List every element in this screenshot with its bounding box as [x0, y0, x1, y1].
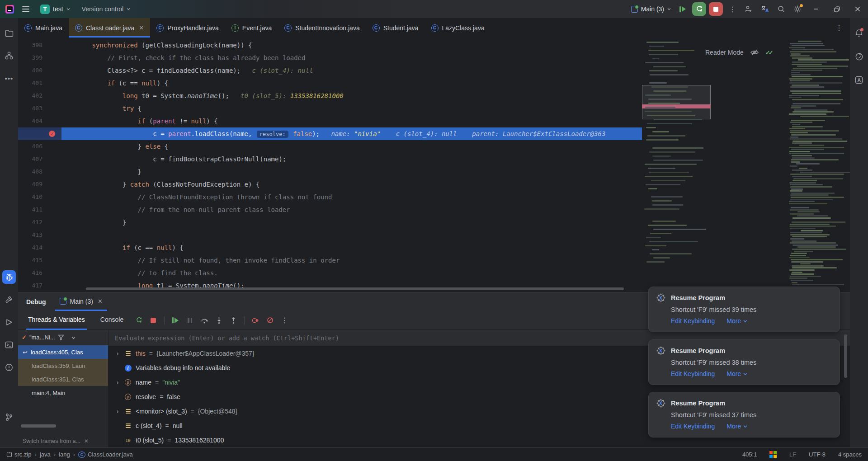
edit-keybinding-link[interactable]: Edit Keybinding: [671, 317, 715, 325]
code-line[interactable]: 409 } catch (ClassNotFoundException e) {: [18, 178, 642, 191]
code-line[interactable]: 406 } else {: [18, 140, 642, 153]
tab-threads-variables[interactable]: Threads & Variables: [26, 311, 87, 330]
code-line[interactable]: 403 try {: [18, 102, 642, 115]
horizontal-scrollbar[interactable]: [86, 287, 624, 290]
gutter[interactable]: [46, 267, 61, 279]
more-link[interactable]: More: [726, 423, 747, 430]
settings-button[interactable]: [790, 2, 805, 16]
gutter[interactable]: [46, 89, 61, 102]
line-number[interactable]: 411: [18, 203, 46, 216]
line-number[interactable]: 402: [18, 89, 46, 102]
editor-tab-studentinnovation-java[interactable]: CStudentInnovation.java: [278, 18, 366, 38]
gutter[interactable]: [46, 178, 61, 191]
breadcrumb-item[interactable]: src.zip: [6, 451, 32, 458]
pause-button[interactable]: [184, 315, 196, 326]
frame-row[interactable]: loadClass:359, Laun: [18, 359, 108, 372]
code-line[interactable]: 407 c = findBootstrapClassOrNull(name);: [18, 153, 642, 165]
editor-tab-proxyhandler-java[interactable]: CProxyHandler.java: [150, 18, 225, 38]
frames-scrollbar[interactable]: [21, 424, 56, 428]
resume-button[interactable]: [169, 315, 182, 326]
structure-tool-button[interactable]: [2, 49, 16, 62]
rerun-button[interactable]: [692, 2, 706, 16]
mute-breakpoints-button[interactable]: [264, 315, 276, 326]
line-number[interactable]: 401: [18, 77, 46, 89]
line-number[interactable]: 414: [18, 241, 46, 254]
stop-button[interactable]: [147, 315, 160, 326]
code-line[interactable]: 398 synchronized (getClassLoadingLock(na…: [18, 39, 642, 52]
expand-chevron-icon[interactable]: ›: [115, 379, 120, 386]
frames-filter-bar[interactable]: ✓ "ma...Nl...: [18, 330, 108, 345]
line-number[interactable]: 407: [18, 153, 46, 165]
line-number[interactable]: 404: [18, 115, 46, 127]
gutter[interactable]: [46, 52, 61, 64]
run-tool-button[interactable]: [2, 315, 16, 329]
close-button[interactable]: [847, 0, 868, 18]
code-line[interactable]: 411 // from the non-null parent class lo…: [18, 203, 642, 216]
gutter[interactable]: [46, 140, 61, 153]
more-link[interactable]: More: [726, 370, 747, 377]
more-actions-button[interactable]: ⋮: [725, 2, 740, 16]
line-number[interactable]: 403: [18, 102, 46, 115]
code-line[interactable]: 400 Class<?> c = findLoadedClass(name); …: [18, 64, 642, 77]
search-everywhere-button[interactable]: [774, 2, 789, 16]
main-menu-button[interactable]: [20, 4, 31, 14]
stop-button[interactable]: [709, 2, 723, 16]
more-link[interactable]: More: [726, 317, 747, 325]
code-with-me-button[interactable]: [741, 2, 756, 16]
gradle-tool-button[interactable]: [852, 50, 866, 63]
more-tool-windows-button[interactable]: •••: [2, 71, 16, 85]
gutter[interactable]: [46, 165, 61, 178]
edit-keybinding-link[interactable]: Edit Keybinding: [671, 423, 715, 430]
line-separator-indicator[interactable]: LF: [789, 451, 796, 458]
code-line[interactable]: 404 if (parent != null) {: [18, 115, 642, 127]
breakpoint-icon[interactable]: ✓: [49, 131, 55, 137]
gutter[interactable]: [46, 64, 61, 77]
line-number[interactable]: 408: [18, 165, 46, 178]
expand-chevron-icon[interactable]: ›: [115, 408, 120, 415]
gutter[interactable]: [46, 216, 61, 229]
debug-tool-button[interactable]: [2, 270, 16, 284]
code-line[interactable]: 414 if (c == null) {: [18, 241, 642, 254]
chevron-down-icon[interactable]: [71, 336, 75, 339]
tab-console[interactable]: Console: [99, 311, 125, 330]
debug-session-tab[interactable]: Main (3) ✕: [55, 293, 107, 311]
git-tool-button[interactable]: [2, 410, 16, 424]
line-number[interactable]: 413: [18, 229, 46, 241]
microsoft-plugin-icon[interactable]: [769, 451, 777, 458]
vcs-widget[interactable]: Version control: [79, 4, 133, 14]
code-line-execution-point[interactable]: ✓ c = parent.loadClass(name, resolve: fa…: [18, 127, 642, 140]
code-line[interactable]: 412 }: [18, 216, 642, 229]
line-number[interactable]: 410: [18, 191, 46, 203]
code-line[interactable]: 413: [18, 229, 642, 241]
code-line[interactable]: 402 long t0 = System.nanoTime(); t0 (slo…: [18, 89, 642, 102]
breadcrumb-item[interactable]: lang: [59, 451, 70, 458]
code-editor[interactable]: 398 synchronized (getClassLoadingLock(na…: [18, 38, 850, 292]
gutter[interactable]: [46, 203, 61, 216]
translate-button[interactable]: A: [757, 2, 773, 16]
encoding-indicator[interactable]: UTF-8: [809, 451, 826, 458]
indent-indicator[interactable]: 4 spaces: [838, 451, 862, 458]
tab-list-more-button[interactable]: ⋮: [828, 18, 850, 38]
line-number[interactable]: 417: [18, 279, 46, 292]
line-number[interactable]: 416: [18, 267, 46, 279]
inspections-ok-icon[interactable]: ✓✓: [765, 49, 774, 56]
gutter[interactable]: [46, 77, 61, 89]
filter-icon[interactable]: [58, 334, 64, 340]
code-area[interactable]: 398 synchronized (getClassLoadingLock(na…: [18, 38, 642, 292]
services-tool-button[interactable]: [2, 293, 16, 306]
gutter[interactable]: ✓: [46, 127, 61, 140]
minimize-button[interactable]: [806, 0, 826, 18]
project-widget[interactable]: T test: [38, 3, 73, 16]
gutter[interactable]: [46, 153, 61, 165]
code-line[interactable]: 415 // If still not found, then invoke f…: [18, 254, 642, 267]
rerun-button[interactable]: [132, 315, 145, 326]
editor-tab-main-java[interactable]: CMain.java: [18, 18, 69, 38]
line-number[interactable]: 415: [18, 254, 46, 267]
line-number[interactable]: 409: [18, 178, 46, 191]
notifications-tool-button[interactable]: [852, 26, 866, 40]
step-over-button[interactable]: [198, 315, 211, 326]
expand-chevron-icon[interactable]: ›: [115, 350, 120, 357]
breadcrumb-item[interactable]: CClassLoader.java: [78, 451, 133, 458]
step-out-button[interactable]: [227, 315, 240, 326]
editor-tab-classloader-java[interactable]: CClassLoader.java✕: [69, 18, 150, 38]
